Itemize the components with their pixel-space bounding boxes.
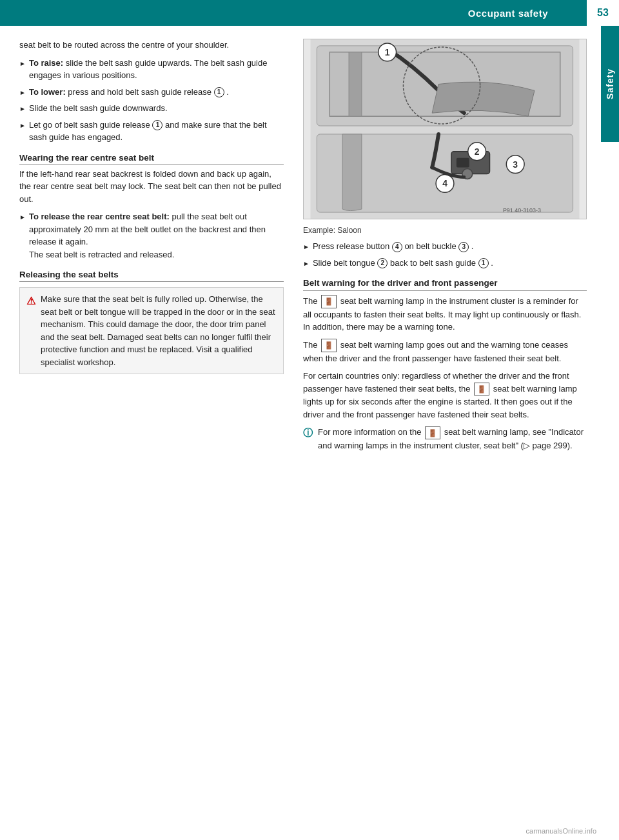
bullet-slidetongue-text1: Slide belt tongue [313,258,377,268]
bullet-release-content: To release the rear centre seat belt: pu… [29,210,284,261]
svg-text:P91.40-3103-3: P91.40-3103-3 [503,207,541,214]
side-tab: Safety [601,26,619,142]
bullet-slide-text: Slide the belt sash guide downwards. [29,102,284,115]
bullet-slide: ► Slide the belt sash guide downwards. [19,102,284,115]
belt-warning-heading: Belt warning for the driver and front pa… [303,278,587,288]
circle-3: 3 [458,242,469,252]
circle-1c: 1 [478,258,489,268]
svg-text:1: 1 [385,47,390,57]
bullet-press-text1: Press release button [313,241,392,251]
content-area: seat belt to be routed across the centre… [0,32,600,840]
svg-rect-7 [457,158,469,168]
watermark: carmanualsOnline.info [526,827,596,835]
belt-warning-para3: For certain countries only: regardless o… [303,370,587,421]
seatbelt-icon-1: 🚪 [321,295,337,308]
svg-rect-4 [349,52,362,116]
divider-1 [303,290,587,291]
side-tab-label: Safety [605,68,615,99]
arrow-icon-7: ► [303,259,310,270]
rear-centre-para: If the left-hand rear seat backrest is f… [19,168,284,206]
warning-text: Make sure that the seat belt is fully ro… [41,293,277,368]
arrow-icon-4: ► [19,121,26,144]
svg-text:4: 4 [442,178,447,188]
arrow-icon-1: ► [19,59,26,82]
circle-1: 1 [214,87,224,97]
arrow-icon-2: ► [19,88,26,99]
intro-text: seat belt to be routed across the centre… [19,39,284,52]
bullet-lower-period: . [226,87,229,97]
image-caption: Example: Saloon [303,225,587,236]
bullet-press-content: Press release button 4 on belt buckle 3 … [313,240,587,253]
bullet-slidetongue: ► Slide belt tongue 2 back to belt sash … [303,257,587,270]
arrow-icon-6: ► [303,242,310,253]
bullet-slidetongue-text2: back to belt sash guide [390,258,478,268]
bullet-slidetongue-content: Slide belt tongue 2 back to belt sash gu… [313,257,587,270]
info-box: ⓘ For more information on the 🚪 seat bel… [303,426,587,452]
seatbelt-icon-3: 🚪 [474,383,489,396]
warning-icon: ⚠ [26,294,35,368]
bullet-raise: ► To raise: slide the belt sash guide up… [19,57,284,82]
page-number: 53 [587,0,619,26]
bullet-press-end: . [471,241,474,251]
info-icon: ⓘ [303,426,313,452]
arrow-icon-3: ► [19,104,26,115]
page-title: Occupant safety [0,8,587,19]
bullet-letgo-content: Let go of belt sash guide release 1 and … [29,119,284,144]
arrow-icon-5: ► [19,212,26,261]
bullet-slidetongue-end: . [491,258,493,268]
bullet-letgo: ► Let go of belt sash guide release 1 an… [19,119,284,144]
left-column: seat belt to be routed across the centre… [0,32,297,840]
info-text: For more information on the 🚪 seat belt … [318,426,587,452]
bullet-raise-content: To raise: slide the belt sash guide upwa… [29,57,284,82]
bullet-letgo-text: Let go of belt sash guide release [29,120,153,130]
bullet-lower-text: press and hold belt sash guide release [68,87,213,97]
bullet-press-text2: on belt buckle [404,241,458,251]
seatbelt-icon-2: 🚪 [321,339,337,352]
car-image: 1 3 [303,39,587,219]
bullet-press: ► Press release button 4 on belt buckle … [303,240,587,253]
right-column: 1 3 [297,32,600,840]
bullet-raise-label: To raise: [29,58,63,68]
circle-4: 4 [392,242,402,252]
header-bar: Occupant safety 53 [0,0,619,26]
svg-text:2: 2 [475,146,480,157]
bullet-raise-text: slide the belt sash guide upwards. The b… [29,58,268,81]
svg-text:3: 3 [513,159,518,170]
bullet-release: ► To release the rear centre seat belt: … [19,210,284,261]
seatbelt-icon-4: 🚪 [425,426,440,440]
bullet-lower: ► To lower: press and hold belt sash gui… [19,86,284,99]
section-heading-1: Wearing the rear centre seat belt [19,153,284,165]
warning-box: ⚠ Make sure that the seat belt is fully … [19,287,284,374]
bullet-lower-label: To lower: [29,87,66,97]
car-svg: 1 3 [304,39,586,219]
circle-1b: 1 [152,120,162,130]
bullet-lower-content: To lower: press and hold belt sash guide… [29,86,284,99]
circle-2: 2 [377,258,388,268]
belt-warning-para2: The 🚪 seat belt warning lamp goes out an… [303,339,587,365]
bullet-release-label: To release the rear centre seat belt: [29,212,170,221]
belt-warning-para1: The 🚪 seat belt warning lamp in the inst… [303,295,587,334]
section-heading-2: Releasing the seat belts [19,270,284,282]
